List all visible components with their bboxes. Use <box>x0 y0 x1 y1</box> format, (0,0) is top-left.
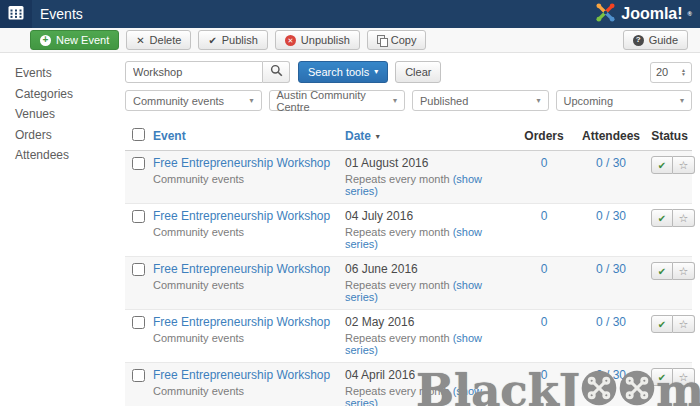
top-navbar: Events Joomla!® <box>0 0 700 28</box>
unpublish-button[interactable]: ✕ Unpublish <box>275 30 360 50</box>
calendar-icon <box>8 5 24 23</box>
joomla-star-icon <box>595 2 616 27</box>
publish-label: Publish <box>222 34 258 46</box>
page-title: Events <box>40 6 83 22</box>
event-repeat-info: Repeats every month (show series) <box>345 226 509 250</box>
event-title-link[interactable]: Free Entrepreneurship Workshop <box>153 262 330 276</box>
check-icon: ✔ <box>208 35 216 46</box>
event-category: Community events <box>153 385 337 397</box>
orders-count-link[interactable]: 0 <box>541 209 548 223</box>
copy-button[interactable]: Copy <box>367 30 427 50</box>
event-title-link[interactable]: Free Entrepreneurship Workshop <box>153 368 330 382</box>
featured-toggle-button[interactable]: ☆ <box>673 315 695 333</box>
published-toggle-button[interactable]: ✔ <box>651 368 673 386</box>
orders-count-link[interactable]: 0 <box>541 315 548 329</box>
joomla-logo: Joomla!® <box>595 2 700 27</box>
repeat-text: Repeats every month <box>345 279 450 291</box>
category-filter-select[interactable]: Community events ▾ <box>125 90 262 111</box>
orders-count-link[interactable]: 0 <box>541 156 548 170</box>
toolbar: + New Event ✕ Delete ✔ Publish ✕ Unpubli… <box>0 28 700 53</box>
event-category: Community events <box>153 332 337 344</box>
event-repeat-info: Repeats every month (show series) <box>345 173 509 197</box>
filter-row: Community events ▾ Austin Community Cent… <box>125 90 692 111</box>
category-filter-value: Community events <box>133 95 224 107</box>
featured-star-icon: ☆ <box>679 318 689 331</box>
status-filter-select[interactable]: Published ▾ <box>412 90 549 111</box>
unpublish-circle-icon: ✕ <box>285 35 296 46</box>
new-event-button[interactable]: + New Event <box>30 30 119 50</box>
sidebar-item-orders[interactable]: Orders <box>15 125 120 146</box>
time-filter-select[interactable]: Upcoming ▾ <box>556 90 693 111</box>
copy-label: Copy <box>391 34 417 46</box>
event-category: Community events <box>153 226 337 238</box>
orders-count-link[interactable]: 0 <box>541 262 548 276</box>
published-toggle-button[interactable]: ✔ <box>651 262 673 280</box>
copy-icon <box>377 35 386 45</box>
delete-button[interactable]: ✕ Delete <box>126 30 191 50</box>
chevron-down-icon: ▾ <box>249 97 253 105</box>
published-check-icon: ✔ <box>658 319 666 330</box>
event-title-link[interactable]: Free Entrepreneurship Workshop <box>153 315 330 329</box>
sidebar-item-categories[interactable]: Categories <box>15 84 120 105</box>
row-checkbox[interactable] <box>132 369 145 382</box>
attendees-count-link[interactable]: 0 / 30 <box>596 368 626 382</box>
event-title-link[interactable]: Free Entrepreneurship Workshop <box>153 209 330 223</box>
repeat-text: Repeats every month <box>345 226 450 238</box>
chevron-down-icon: ▾ <box>393 97 397 105</box>
featured-toggle-button[interactable]: ☆ <box>673 156 695 174</box>
sort-by-event-header[interactable]: Event <box>153 129 186 143</box>
event-date: 04 July 2016 <box>345 209 509 223</box>
search-tools-label: Search tools <box>308 66 369 78</box>
sort-by-date-header[interactable]: Date ▼ <box>345 129 381 143</box>
event-table-row: Free Entrepreneurship Workshop Community… <box>125 257 692 310</box>
event-table-row: Free Entrepreneurship Workshop Community… <box>125 151 692 204</box>
orders-header: Orders <box>513 123 575 151</box>
published-toggle-button[interactable]: ✔ <box>651 156 673 174</box>
featured-toggle-button[interactable]: ☆ <box>673 368 695 386</box>
venue-filter-value: Austin Community Centre <box>277 89 393 113</box>
per-page-value: 20 <box>656 66 668 78</box>
event-repeat-info: Repeats every month (show series) <box>345 385 509 406</box>
clear-button[interactable]: Clear <box>395 61 441 83</box>
event-date: 04 April 2016 <box>345 368 509 382</box>
repeat-text: Repeats every month <box>345 385 450 397</box>
row-checkbox[interactable] <box>132 157 145 170</box>
main-area: Events Categories Venues Orders Attendee… <box>0 53 700 406</box>
repeat-text: Repeats every month <box>345 332 450 344</box>
published-check-icon: ✔ <box>658 266 666 277</box>
row-checkbox[interactable] <box>132 210 145 223</box>
event-table-row: Free Entrepreneurship Workshop Community… <box>125 310 692 363</box>
attendees-count-link[interactable]: 0 / 30 <box>596 262 626 276</box>
status-header: Status <box>647 123 692 151</box>
orders-count-link[interactable]: 0 <box>541 368 548 382</box>
per-page-select[interactable]: 20 ▲▼ <box>650 62 692 83</box>
search-input[interactable] <box>125 61 263 83</box>
row-checkbox[interactable] <box>132 316 145 329</box>
attendees-count-link[interactable]: 0 / 30 <box>596 315 626 329</box>
search-row: Search tools ▾ Clear 20 ▲▼ <box>125 61 692 83</box>
sidebar: Events Categories Venues Orders Attendee… <box>0 53 120 406</box>
x-icon: ✕ <box>136 35 144 46</box>
search-tools-button[interactable]: Search tools ▾ <box>298 61 388 83</box>
question-icon: ? <box>633 35 644 46</box>
featured-toggle-button[interactable]: ☆ <box>673 262 695 280</box>
chevron-down-icon: ▾ <box>536 97 540 105</box>
toolbar-buttons: + New Event ✕ Delete ✔ Publish ✕ Unpubli… <box>30 30 426 50</box>
venue-filter-select[interactable]: Austin Community Centre ▾ <box>269 90 406 111</box>
sidebar-item-attendees[interactable]: Attendees <box>15 145 120 166</box>
event-title-link[interactable]: Free Entrepreneurship Workshop <box>153 156 330 170</box>
published-toggle-button[interactable]: ✔ <box>651 315 673 333</box>
featured-toggle-button[interactable]: ☆ <box>673 209 695 227</box>
sidebar-item-events[interactable]: Events <box>15 63 120 84</box>
guide-button[interactable]: ? Guide <box>623 30 688 50</box>
published-toggle-button[interactable]: ✔ <box>651 209 673 227</box>
sidebar-item-venues[interactable]: Venues <box>15 104 120 125</box>
select-all-checkbox[interactable] <box>132 128 145 141</box>
published-check-icon: ✔ <box>658 213 666 224</box>
attendees-count-link[interactable]: 0 / 30 <box>596 209 626 223</box>
search-submit-button[interactable] <box>263 61 290 83</box>
row-checkbox[interactable] <box>132 263 145 276</box>
attendees-count-link[interactable]: 0 / 30 <box>596 156 626 170</box>
publish-button[interactable]: ✔ Publish <box>198 30 267 50</box>
status-button-group: ✔ ☆ <box>651 262 695 280</box>
